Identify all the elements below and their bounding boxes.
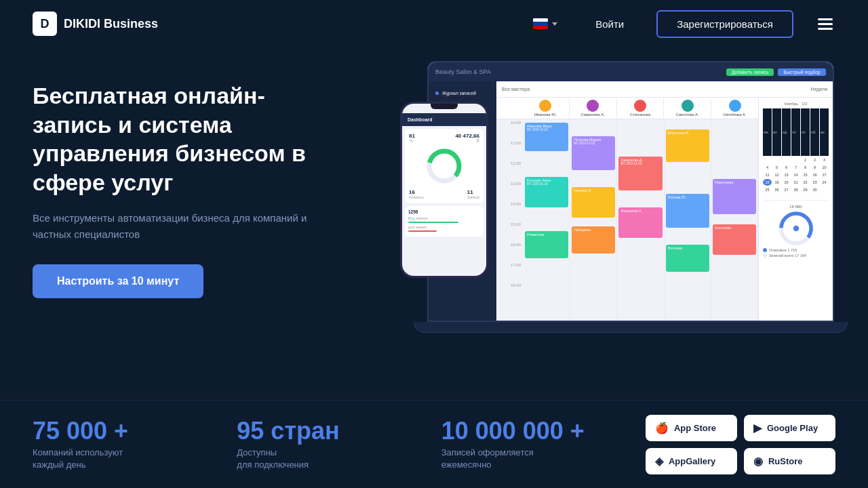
phone-stat-label-1: 75 xyxy=(409,139,415,143)
lang-selector[interactable] xyxy=(528,16,563,32)
cal-event[interactable]: Смирнова Д.МТ 2022-01-03 xyxy=(618,157,662,190)
phone-app-title: Dashboard xyxy=(408,117,433,122)
phone-stat-label-2: ₽ xyxy=(455,139,479,143)
laptop-base xyxy=(414,322,848,333)
hero-left: Бесплатная онлайн-запись и система управ… xyxy=(33,61,317,298)
cal-col-4: Николаева Антонова xyxy=(711,119,758,321)
app-toolbar: Все мастера Неделя xyxy=(496,81,833,98)
header: D DIKIDI Business Войти Зарегистрировать… xyxy=(0,0,868,47)
app-body: Журнал записей График работы Клиенты Про… xyxy=(429,81,833,321)
stat-desc-1: Доступныдля подключения xyxy=(237,447,441,471)
cal-event[interactable]: Иванова ВераМТ 2025-02-20 xyxy=(525,123,568,151)
mini-cal-title: Ноябрь 1/2 xyxy=(763,102,829,106)
cal-left: Иванова Ю. Смирнова А. xyxy=(496,98,758,321)
stat-desc-2: Записей оформляетсяежемесячно xyxy=(441,447,646,471)
hero-section: Бесплатная онлайн-запись и система управ… xyxy=(0,47,868,400)
phone-screen: Dashboard 81 75 40 472,66 ₽ xyxy=(402,104,486,276)
ru-store-label: RuStore xyxy=(768,456,803,466)
stat-item-0: 75 000 + Компаний используюткаждый день xyxy=(33,418,237,472)
app-topbar-actions: Добавить запись Быстрый подбор xyxy=(726,68,826,76)
stat-number-0: 75 000 + xyxy=(33,418,237,445)
app-store-button[interactable]: 🍎 App Store xyxy=(646,415,737,441)
stat-item-1: 95 стран Доступныдля подключения xyxy=(237,418,441,472)
hero-subtitle: Все инструменты автоматизации бизнеса дл… xyxy=(33,210,317,243)
apple-icon: 🍎 xyxy=(655,422,669,434)
logo-area: D DIKIDI Business xyxy=(33,12,528,36)
phone-stat-num-1: 81 xyxy=(409,133,415,139)
sidebar-item-journal[interactable]: Журнал записей xyxy=(429,87,496,100)
donut-chart xyxy=(779,211,813,245)
calendar-area: Иванова Ю. Смирнова А. xyxy=(496,98,833,321)
cal-col-2: Смирнова Д.МТ 2022-01-03 Федорова К. xyxy=(617,119,664,321)
cta-button[interactable]: Настроить за 10 минут xyxy=(33,264,203,298)
hamburger-menu-icon[interactable] xyxy=(815,16,835,33)
phone-donut-chart xyxy=(424,146,465,186)
app-main: Все мастера Неделя xyxy=(496,81,833,321)
quick-select-btn[interactable]: Быстрый подбор xyxy=(778,68,826,76)
cal-columns: Иванова ВераМТ 2025-02-20 Козлова АннаМТ… xyxy=(524,119,758,321)
app-gallery-icon: ◈ xyxy=(655,455,663,468)
cal-event[interactable]: Романова xyxy=(525,231,568,258)
mini-cal-grid: пн вт ср чт пт сб вс xyxy=(763,108,829,193)
google-play-button[interactable]: ▶ Google Play xyxy=(744,415,835,441)
google-play-label: Google Play xyxy=(767,423,818,433)
cal-event[interactable]: Федорова К. xyxy=(618,207,662,238)
stat-desc-0: Компаний используюткаждый день xyxy=(33,447,237,471)
phone-mockup: Dashboard 81 75 40 472,66 ₽ xyxy=(400,102,488,278)
phone-stat-row: 81 75 40 472,66 ₽ xyxy=(409,133,479,143)
stat-item-2: 10 000 000 + Записей оформляетсяежемесяч… xyxy=(441,418,646,472)
phone-stats: 81 75 40 472,66 ₽ xyxy=(405,129,484,203)
cal-event[interactable]: Петрова МарияМТ 2022-01-03 xyxy=(572,136,615,170)
app-screen: Beauty Salon & SPA Добавить запись Быстр… xyxy=(429,62,833,321)
phone-list: 1256 Все записи для ваших xyxy=(405,206,484,237)
cal-event[interactable]: Козлова АннаМТ 2025-01-10 xyxy=(525,177,568,207)
hero-image: Beauty Salon & SPA Добавить запись Быстр… xyxy=(366,41,868,366)
stat-number-1: 95 стран xyxy=(237,418,441,445)
app-store-label: App Store xyxy=(674,423,716,433)
cal-event[interactable]: Морозова В. xyxy=(666,129,709,162)
app-topbar: Beauty Salon & SPA Добавить запись Быстр… xyxy=(429,62,833,81)
mini-calendar: Ноябрь 1/2 пн вт ср чт пт сб xyxy=(758,98,833,321)
cal-grid-area: 10:00 11:00 12:00 13:00 14:00 15:00 16:0… xyxy=(496,119,758,321)
cal-event[interactable]: Николаева xyxy=(713,179,756,214)
cal-event[interactable]: Попова Ю. xyxy=(666,194,709,228)
app-topbar-title: Beauty Salon & SPA xyxy=(435,68,491,75)
laptop-mockup: Beauty Salon & SPA Добавить запись Быстр… xyxy=(427,61,848,346)
cal-event[interactable]: Лебедева xyxy=(572,226,615,253)
stats-section: 75 000 + Компаний используюткаждый день … xyxy=(0,400,868,488)
header-nav: Войти Зарегистрироваться xyxy=(528,10,835,38)
logo-text: DIKIDI Business xyxy=(64,17,158,31)
add-record-btn[interactable]: Добавить запись xyxy=(726,68,774,76)
hero-title: Бесплатная онлайн-запись и система управ… xyxy=(33,81,317,197)
cal-event[interactable]: Орлова Н. xyxy=(572,187,615,218)
phone-body: Dashboard 81 75 40 472,66 ₽ xyxy=(400,102,488,278)
cal-col-3: Морозова В. Попова Ю. Волкова xyxy=(665,119,711,321)
app-gallery-button[interactable]: ◈ AppGallery xyxy=(646,448,737,474)
russia-flag xyxy=(533,18,548,29)
cal-event[interactable]: Антонова xyxy=(713,224,756,255)
cal-col-0: Иванова ВераМТ 2025-02-20 Козлова АннаМТ… xyxy=(524,119,570,321)
chevron-down-icon xyxy=(552,22,557,26)
chart-area: 18 880 xyxy=(763,200,829,258)
ru-store-icon: ◉ xyxy=(753,455,763,468)
app-gallery-label: AppGallery xyxy=(669,456,715,466)
cal-event[interactable]: Волкова xyxy=(666,245,709,272)
login-button[interactable]: Войти xyxy=(585,13,635,35)
svg-point-2 xyxy=(793,226,798,231)
app-store-buttons: 🍎 App Store ▶ Google Play ◈ AppGallery ◉… xyxy=(646,415,835,474)
phone-stat-num-2: 40 472,66 xyxy=(455,133,479,139)
laptop-screen: Beauty Salon & SPA Добавить запись Быстр… xyxy=(429,62,833,321)
register-button[interactable]: Зарегистрироваться xyxy=(656,10,793,38)
phone-notch xyxy=(431,104,458,109)
cal-col-1: Петрова МарияМТ 2022-01-03 Орлова Н. Леб… xyxy=(570,119,617,321)
phone-app-header: Dashboard xyxy=(402,113,486,126)
logo-icon: D xyxy=(33,12,57,36)
cal-staff-header: Иванова Ю. Смирнова А. xyxy=(496,98,758,119)
laptop-body: Beauty Salon & SPA Добавить запись Быстр… xyxy=(427,61,834,322)
stat-number-2: 10 000 000 + xyxy=(441,418,646,445)
google-play-icon: ▶ xyxy=(753,422,762,434)
ru-store-button[interactable]: ◉ RuStore xyxy=(744,448,835,474)
cal-times: 10:00 11:00 12:00 13:00 14:00 15:00 16:0… xyxy=(496,119,524,321)
